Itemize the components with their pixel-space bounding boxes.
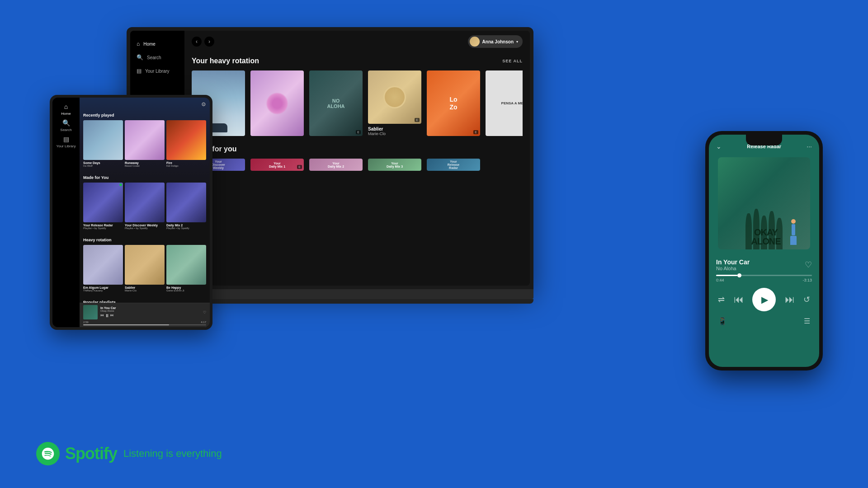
card-release-radar[interactable]: YourReleaseRadar Release Radar Made for … (427, 159, 480, 171)
phone-shuffle-btn[interactable]: ⇌ (718, 295, 725, 305)
tablet-now-playing-bar: In You Car Okay Alone ⏮ ⏸ ⏭ ♡ 2:59 4: (80, 303, 210, 327)
phone-time-row: 0:44 -3:13 (716, 278, 812, 282)
spotify-logo-icon (36, 442, 60, 465)
tablet-card-daily2[interactable]: Daily Mix 2 Playlist • by Spotify (166, 183, 206, 230)
tablet-art-discover (125, 183, 165, 222)
tablet-play-btn[interactable]: ⏸ (105, 313, 109, 318)
tablet-card-some-days[interactable]: Some Days Ira Wolf (83, 120, 123, 167)
phone-notch (746, 135, 782, 145)
phone-prev-btn[interactable]: ⏮ (734, 294, 744, 305)
tablet-recent-cards: Some Days Ira Wolf Runaway Beast Coast F… (83, 120, 206, 167)
card-daily-mix-2[interactable]: YourDaily Mix 2 Daily Mix 2 Daniela Picc… (309, 159, 363, 171)
user-avatar (470, 37, 480, 47)
phone-play-btn[interactable]: ▶ (752, 288, 776, 311)
tablet-heart-icon[interactable]: ♡ (203, 310, 206, 314)
phone-song-artist: No Aloha (716, 266, 750, 271)
phone-song-title: In Your Car (716, 258, 750, 266)
settings-icon[interactable]: ⚙ (201, 101, 206, 108)
phone-progress-dot (737, 273, 741, 277)
nav-buttons: ‹ › (192, 37, 214, 47)
tablet-progress-fill (83, 324, 169, 325)
phone-album-art-inner: OKAY ALONE (718, 157, 810, 249)
phone-controls: ⇌ ⏮ ▶ ⏭ ↺ (709, 284, 819, 315)
tablet-card-runaway[interactable]: Runaway Beast Coast (125, 120, 165, 167)
card-pensa[interactable]: PENSA A ME Pensa A Me (486, 70, 523, 136)
okay-alone-text: OKAY ALONE (722, 228, 810, 246)
laptop-main-content: ‹ › Anna Johnson ▾ Your heavy r (184, 31, 530, 286)
tablet-frame: ⌂ Home 🔍 Search ▤ Your Library ⚙ (50, 95, 212, 330)
tablet-heavy-rotation: Heavy rotation Em Algum Lugar Thiffany K… (80, 236, 210, 298)
phone-heart-btn[interactable]: ♡ (805, 260, 812, 270)
tablet-card-behappy[interactable]: Be Happy Gene Everin-Ji (166, 245, 206, 292)
phone-progress-bar[interactable] (716, 275, 812, 276)
card-art-runaway (250, 70, 304, 136)
tablet-next-btn[interactable]: ⏭ (110, 313, 114, 318)
phone-repeat-btn[interactable]: ↺ (803, 295, 810, 305)
phone-queue-btn[interactable]: ☰ (804, 317, 810, 325)
card-in-your-car[interactable]: NOALOHA E In Your Car No Aloha (309, 70, 363, 136)
spotify-wordmark: Spotify (65, 444, 117, 463)
tablet-made-for-you: Made for You Your Release Radar Playlist… (80, 174, 210, 236)
sidebar-item-home[interactable]: ⌂ Home (135, 38, 180, 50)
card-runaway[interactable]: Runaway Beast Coast (250, 70, 304, 136)
phone-current-time: 0:44 (716, 278, 724, 282)
phone-play-icon: ▶ (761, 294, 768, 305)
phone-song-details: In Your Car No Aloha (716, 258, 750, 271)
card-art-daily1: YourDaily Mix 1 E (250, 159, 304, 171)
phone-connect-btn[interactable]: 📱 (718, 317, 727, 325)
laptop-topbar: ‹ › Anna Johnson ▾ (184, 31, 530, 52)
card-sablier[interactable]: E Sablier Marie-Clo (368, 70, 421, 136)
user-name: Anna Johnson (482, 39, 514, 44)
made-for-you-cards: YourDiscoverWeekly Discover Weekly Made … (192, 159, 523, 171)
tablet-library-icon: ▤ (63, 136, 69, 143)
tablet-screen: ⌂ Home 🔍 Search ▤ Your Library ⚙ (52, 98, 210, 327)
phone-next-btn[interactable]: ⏭ (785, 294, 795, 305)
laptop-content: Your heavy rotation SEE ALL Some Days Ir… (184, 52, 530, 189)
tablet-art-daily2 (166, 183, 206, 222)
phone-total-time: -3:13 (802, 278, 812, 282)
phone-progress-section: 0:44 -3:13 (709, 273, 819, 284)
see-all-link[interactable]: SEE ALL (502, 59, 523, 63)
home-icon: ⌂ (137, 41, 140, 47)
phone-bottom-row: 📱 ☰ (709, 315, 819, 333)
card-art-daily2: YourDaily Mix 2 (309, 159, 363, 171)
tablet-card-sablier[interactable]: Sablier Marie-Clo (125, 245, 165, 292)
tablet-art-em-algum (83, 245, 123, 285)
sidebar-item-library[interactable]: ▤ Your Library (135, 65, 180, 77)
user-menu[interactable]: Anna Johnson ▾ (468, 35, 523, 48)
phone-more-btn[interactable]: ··· (807, 143, 812, 150)
tablet-player-controls: ⏮ ⏸ ⏭ (100, 313, 200, 318)
tablet-player-artist: Okay Alone (100, 310, 200, 312)
tablet-sidebar: ⌂ Home 🔍 Search ▤ Your Library (52, 98, 80, 327)
back-button[interactable]: ‹ (192, 37, 202, 47)
spotify-tagline: Listening is everything (123, 448, 222, 460)
heavy-rotation-cards: Some Days Ira Wolf Runaway Beast Coast (192, 70, 523, 136)
phone-song-info: In Your Car No Aloha ♡ (709, 253, 819, 273)
phone-down-icon[interactable]: ⌄ (716, 143, 722, 150)
tablet-sidebar-search[interactable]: 🔍 Search (55, 119, 77, 132)
card-daily-mix-3[interactable]: YourDaily Mix 3 Daily Mix 3 Alan Gogoll,… (368, 159, 421, 171)
tablet-card-release[interactable]: Your Release Radar Playlist • by Spotify (83, 183, 123, 230)
card-art-sinestesia: LoZo E (427, 70, 480, 136)
card-sinestesia[interactable]: LoZo E Sinestesia Lo Zo (427, 70, 480, 136)
heavy-rotation-header: Your heavy rotation SEE ALL (192, 57, 523, 65)
tablet-art-sablier (125, 245, 165, 285)
tablet-player-title: In You Car (100, 306, 200, 310)
tablet-sidebar-home[interactable]: ⌂ Home (55, 103, 77, 116)
tablet-card-discover[interactable]: Your Discover Weekly Playlist • by Spoti… (125, 183, 165, 230)
tablet-device: ⌂ Home 🔍 Search ▤ Your Library ⚙ (50, 95, 212, 330)
library-icon: ▤ (137, 68, 142, 74)
sidebar-item-search[interactable]: 🔍 Search (135, 52, 180, 63)
tablet-card-fire[interactable]: Fire Kid Indigo (166, 120, 206, 167)
tablet-sidebar-library[interactable]: ▤ Your Library (55, 136, 77, 148)
card-daily-mix-1[interactable]: YourDaily Mix 1 E Daily Mix 1 Thiffany K… (250, 159, 304, 171)
tablet-card-em-algum[interactable]: Em Algum Lugar Thiffany Kauany (83, 245, 123, 292)
tablet-prev-btn[interactable]: ⏮ (100, 313, 104, 318)
tablet-progress-bar[interactable] (83, 324, 206, 325)
heavy-rotation-title: Your heavy rotation (192, 57, 259, 65)
tablet-home-icon: ⌂ (64, 103, 68, 110)
tablet-player-info: In You Car Okay Alone ⏮ ⏸ ⏭ (100, 306, 200, 318)
forward-button[interactable]: › (204, 37, 214, 47)
spotify-brand: Spotify Listening is everything (36, 442, 222, 465)
tablet-player-art (83, 305, 98, 319)
